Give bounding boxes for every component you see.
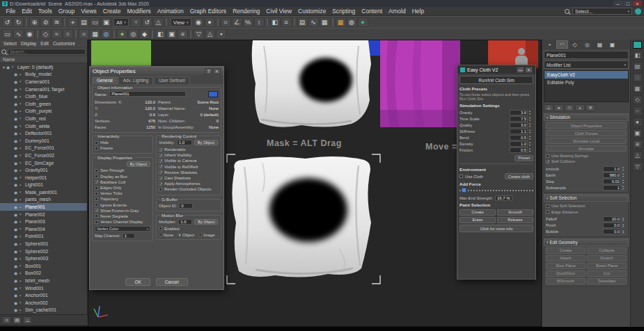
panel-button[interactable]: Reset Plane	[587, 263, 627, 269]
list-item[interactable]: ◉ ▪ Deflector001	[0, 129, 87, 137]
list-item[interactable]: ◉ ▪ Cloth_white	[0, 122, 87, 130]
modifier-list-dropdown[interactable]: Modifier List ▾	[544, 60, 629, 69]
list-item[interactable]: ◉ ▪ Anchor001	[0, 291, 87, 299]
list-item[interactable]: ◉ ▪ Plane003	[0, 218, 87, 225]
freeform-icon[interactable]: ∿	[13, 29, 24, 39]
remove-modifier-icon[interactable]: ×	[575, 104, 585, 111]
radio-button[interactable]	[159, 233, 162, 236]
visibility-icon[interactable]: ◉	[14, 131, 19, 136]
menu-item[interactable]: Civil View	[263, 8, 295, 15]
rollout-header[interactable]: ▾ Edit Geometry	[544, 239, 629, 246]
lock-selection-icon[interactable]: ▪	[216, 29, 226, 39]
select-by-name-icon[interactable]: ▤	[79, 17, 89, 27]
list-item[interactable]: ◉ ▪ Camera001	[0, 78, 87, 86]
list-item[interactable]: ▾ ◉ ▪ Layer: 0 (default)	[0, 63, 87, 71]
checkbox[interactable]	[95, 197, 98, 201]
relax-brush-icon[interactable]: ◎	[128, 29, 139, 39]
checkbox[interactable]	[159, 148, 162, 152]
menu-item[interactable]: Help	[409, 8, 427, 15]
select-and-scale-icon[interactable]: △	[153, 17, 164, 27]
value-spinner[interactable]: 7.5	[510, 116, 528, 122]
checkbox-row[interactable]: Use Soft Selection	[546, 203, 627, 209]
separator[interactable]	[26, 18, 27, 26]
checkbox-row[interactable]: Use Sewing Springs	[546, 153, 627, 159]
percent-snap-icon[interactable]: %	[243, 17, 253, 27]
visibility-icon[interactable]: ◉	[14, 286, 19, 291]
separator[interactable]	[37, 30, 38, 38]
by-object-button[interactable]: By Object	[127, 161, 150, 167]
search-icon[interactable]	[565, 9, 570, 14]
radio-button[interactable]	[178, 233, 181, 236]
checkbox-row[interactable]: Trajectory	[95, 196, 150, 202]
checkbox-row[interactable]: Edges Only	[95, 185, 150, 191]
minimize-button[interactable]: –	[613, 1, 622, 6]
checkbox[interactable]	[460, 175, 463, 178]
visibility-icon[interactable]: ◉	[14, 204, 19, 209]
strength-value-field[interactable]: 16.7 %	[495, 195, 512, 201]
checkbox[interactable]	[159, 159, 162, 163]
separator[interactable]	[332, 18, 333, 26]
visibility-icon[interactable]: ◉	[14, 116, 19, 121]
explorer-filter-icon[interactable]: ▤	[13, 316, 22, 324]
explorer-column-header[interactable]: Name	[0, 56, 87, 63]
radio-option[interactable]: Image	[198, 233, 214, 237]
object-name-field[interactable]: Plane001	[109, 91, 186, 97]
pinch-brush-icon[interactable]: ◆	[139, 29, 150, 39]
menu-item[interactable]: Create	[100, 8, 124, 15]
configure-modifier-sets-icon[interactable]: ≋	[586, 104, 595, 111]
pin-stack-icon[interactable]: ⊥	[544, 104, 553, 111]
panel-button[interactable]: Attach	[546, 255, 586, 261]
list-item[interactable]: ◉ ▪ pants_mesh	[0, 196, 87, 204]
visibility-icon[interactable]: ◉	[14, 212, 19, 217]
slider-track[interactable]	[460, 190, 533, 191]
checkbox[interactable]	[95, 209, 98, 212]
create-cloth-button[interactable]: Create cloth	[505, 173, 533, 179]
list-item[interactable]: ◉ ▪ Box002	[0, 270, 87, 277]
mirror-icon[interactable]: ◧	[270, 17, 281, 27]
force-slider[interactable]	[460, 188, 533, 193]
panel-button[interactable]: Collapse	[587, 248, 627, 254]
preset-button[interactable]: Preset	[515, 155, 533, 161]
paint-tool-button[interactable]: Release	[497, 217, 533, 223]
hierarchy-tab-icon[interactable]: ◇	[569, 40, 581, 49]
checkbox-row[interactable]: Vertex Channel Display	[95, 219, 150, 225]
collapse-button[interactable]: —	[517, 67, 524, 73]
list-item[interactable]: ◉ ▪ Box001	[0, 262, 87, 270]
spinner-arrows[interactable]: ▴▾	[529, 110, 533, 115]
visibility-icon[interactable]: ◉	[14, 175, 19, 180]
list-item[interactable]: ◉ ▪ Anchor002	[0, 299, 87, 307]
redo-icon[interactable]: ↻	[13, 17, 24, 27]
separator[interactable]	[294, 18, 295, 26]
value-spinner[interactable]: 1.0	[510, 141, 528, 147]
checkbox-row[interactable]: Freeze	[95, 145, 150, 151]
checkbox[interactable]	[95, 169, 98, 172]
menu-item[interactable]: Customize	[295, 8, 329, 15]
separator[interactable]	[75, 30, 77, 38]
checkbox[interactable]	[546, 204, 549, 208]
select-and-manipulate-icon[interactable]: ●	[205, 17, 215, 27]
menu-item[interactable]: Arnold	[386, 8, 409, 15]
visibility-icon[interactable]: ◉	[14, 102, 19, 106]
show-end-result-icon[interactable]: ≡	[554, 104, 564, 111]
checkbox-row[interactable]: Vertex Ticks	[95, 191, 150, 196]
panel-button[interactable]: Cloth Forces	[546, 130, 627, 136]
checkbox-row[interactable]: Hide	[95, 140, 150, 145]
checkbox[interactable]	[159, 182, 162, 186]
list-item[interactable]: ◉ ▪ Light001	[0, 181, 87, 189]
list-item[interactable]: ◉ ▪ Wind001	[0, 284, 87, 292]
gizmo-toggle-icon[interactable]: ◇	[633, 95, 643, 104]
panel-button[interactable]: QuickSlice	[546, 271, 586, 277]
radio-button[interactable]	[198, 233, 202, 236]
list-item[interactable]: ◉ ▪ Point001	[0, 233, 87, 241]
run-cloth-sim-button[interactable]: Run/Init Cloth Sim	[460, 76, 533, 84]
list-item[interactable]: ◉ ▪ Gravity001	[0, 166, 87, 174]
list-item[interactable]: ◉ ▪ EC_Force001	[0, 145, 87, 152]
close-icon[interactable]: ×	[213, 68, 221, 74]
modeling-ribbon-icon[interactable]: ▭	[2, 29, 13, 39]
isolate-icon[interactable]: △	[205, 29, 215, 39]
menu-item[interactable]: Group	[55, 8, 78, 15]
checkbox[interactable]	[546, 160, 549, 163]
list-item[interactable]: ◉ ▪ Plane004	[0, 225, 87, 233]
list-item[interactable]: ◉ ▪ Cloth_purple	[0, 108, 87, 115]
visibility-icon[interactable]: ◉	[14, 256, 19, 261]
